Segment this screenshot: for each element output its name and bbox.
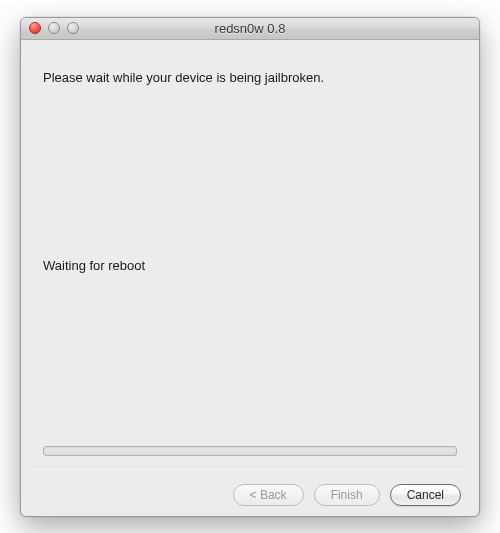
button-row: < Back Finish Cancel <box>233 484 461 506</box>
content-area: Please wait while your device is being j… <box>21 40 479 516</box>
back-button: < Back <box>233 484 304 506</box>
close-icon[interactable] <box>29 22 41 34</box>
window-title: redsn0w 0.8 <box>21 21 479 36</box>
app-window: redsn0w 0.8 Please wait while your devic… <box>20 17 480 517</box>
cancel-button[interactable]: Cancel <box>390 484 461 506</box>
finish-button: Finish <box>314 484 380 506</box>
titlebar: redsn0w 0.8 <box>21 18 479 40</box>
zoom-icon <box>67 22 79 34</box>
traffic-lights <box>21 22 79 34</box>
separator <box>31 469 469 470</box>
progress-bar <box>43 446 457 456</box>
minimize-icon <box>48 22 60 34</box>
status-text: Waiting for reboot <box>43 258 145 273</box>
progress-area <box>43 446 457 456</box>
instruction-text: Please wait while your device is being j… <box>43 70 457 85</box>
